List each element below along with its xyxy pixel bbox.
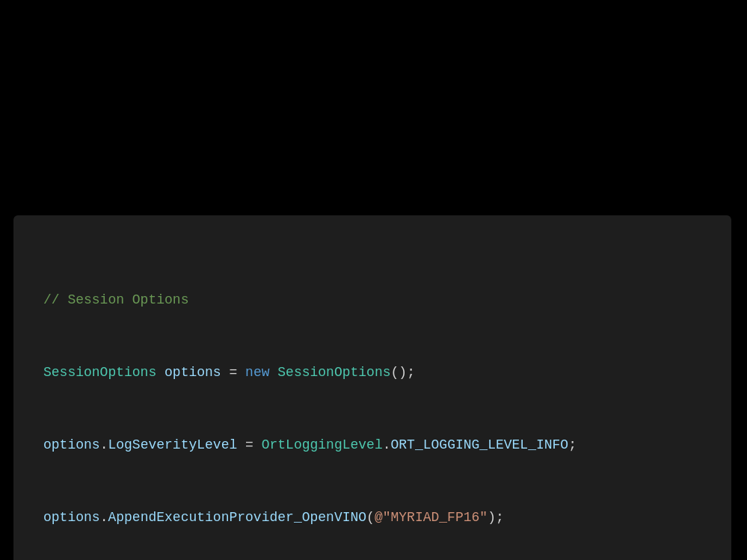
var-options2: options <box>43 437 100 452</box>
var-options: options <box>165 365 221 380</box>
code-line-logseverity: options.LogSeverityLevel = OrtLoggingLev… <box>43 433 701 457</box>
class-sessionoptions: SessionOptions <box>277 365 390 380</box>
prop-logseverity: LogSeverityLevel <box>108 437 237 452</box>
prop-ort-level: ORT_LOGGING_LEVEL_INFO <box>391 437 569 452</box>
close-paren-semi: ); <box>488 510 504 525</box>
code-line-declaration: SessionOptions options = new SessionOpti… <box>43 360 701 384</box>
dot2: . <box>383 437 391 452</box>
dot3: . <box>100 510 108 525</box>
code-line-appendprovider: options.AppendExecutionProvider_OpenVINO… <box>43 505 701 529</box>
assign-op: = <box>221 365 245 380</box>
keyword-new: new <box>245 365 269 380</box>
comment-text: // Session Options <box>43 292 188 307</box>
code-block: // Session Options SessionOptions option… <box>13 215 731 560</box>
type-ortlogging: OrtLoggingLevel <box>262 437 383 452</box>
type-sessionoptions: SessionOptions <box>43 365 156 380</box>
prop-appendprovider: AppendExecutionProvider_OpenVINO <box>108 510 366 525</box>
assign-op2: = <box>237 437 261 452</box>
space1 <box>156 365 165 380</box>
semi2: ; <box>568 437 577 452</box>
string-myriad: @"MYRIAD_FP16" <box>375 510 488 525</box>
var-options3: options <box>43 510 100 525</box>
open-paren: ( <box>366 510 375 525</box>
parens-semi1: (); <box>391 365 415 380</box>
code-line-comment: // Session Options <box>43 288 701 312</box>
code-content: // Session Options SessionOptions option… <box>43 239 701 560</box>
dot1: . <box>100 437 108 452</box>
space2 <box>269 365 277 380</box>
